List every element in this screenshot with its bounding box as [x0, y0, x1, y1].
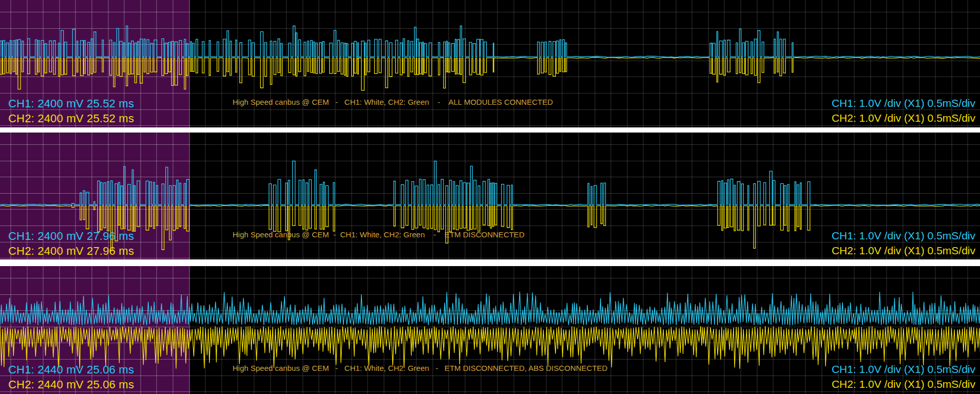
scope-panel-etm-abs-disconnected: CH1: 2440 mV 25.06 ms CH2: 2440 mV 25.06…	[0, 266, 980, 394]
ch1-trace	[0, 161, 980, 205]
ch1-scale-label: CH1: 1.0V /div (X1) 0.5mS/div	[832, 230, 975, 242]
ch2-scale-label: CH2: 1.0V /div (X1) 0.5mS/div	[832, 112, 975, 124]
ch1-measurement-label: CH1: 2400 mV 27.96 ms	[8, 230, 134, 243]
ch1-scale-label: CH1: 1.0V /div (X1) 0.5mS/div	[832, 363, 975, 376]
panel-divider	[0, 259, 980, 266]
ch2-trace	[0, 326, 980, 369]
panel-divider	[0, 127, 980, 133]
ch2-scale-label: CH2: 1.0V /div (X1) 0.5mS/div	[832, 378, 975, 390]
scope-panel-all-modules: CH1: 2400 mV 25.52 ms CH2: 2400 mV 25.52…	[0, 0, 980, 127]
ch2-measurement-label: CH2: 2400 mV 27.96 ms	[8, 245, 134, 258]
scope-panel-etm-disconnected: CH1: 2400 mV 27.96 ms CH2: 2400 mV 27.96…	[0, 133, 980, 259]
ch2-measurement-label: CH2: 2400 mV 25.52 ms	[8, 112, 134, 125]
scope-capture-stack: CH1: 2400 mV 25.52 ms CH2: 2400 mV 25.52…	[0, 0, 980, 394]
ch2-scale-label: CH2: 1.0V /div (X1) 0.5mS/div	[832, 245, 975, 257]
capture-annotation: High Speed canbus @ CEM - CH1: White, CH…	[233, 230, 525, 239]
ch1-measurement-label: CH1: 2440 mV 25.06 ms	[8, 363, 134, 377]
ch1-scale-label: CH1: 1.0V /div (X1) 0.5mS/div	[832, 97, 975, 109]
ch2-measurement-label: CH2: 2440 mV 25.06 ms	[8, 378, 134, 391]
ch1-trace	[0, 292, 980, 325]
ch1-trace	[0, 26, 980, 57]
capture-annotation: High Speed canbus @ CEM - CH1: White, CH…	[233, 98, 553, 106]
capture-annotation: High Speed canbus @ CEM - CH1: White, CH…	[233, 364, 607, 372]
ch2-trace	[0, 205, 980, 251]
ch1-measurement-label: CH1: 2400 mV 25.52 ms	[8, 97, 134, 110]
ch2-trace	[0, 58, 980, 90]
